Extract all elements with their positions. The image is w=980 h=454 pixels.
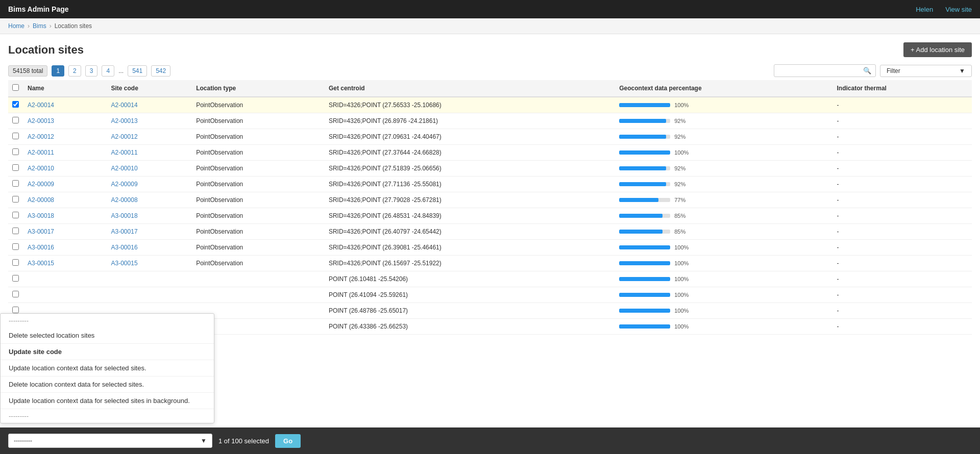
row-centroid: SRID=4326;POINT (27.09631 -24.40467) (325, 129, 615, 145)
row-site-code-link[interactable]: A2-00011 (111, 149, 138, 156)
row-site-code-link[interactable]: A2-00010 (111, 165, 138, 172)
page-button-542[interactable]: 542 (151, 65, 170, 77)
view-site-link[interactable]: View site (945, 6, 972, 13)
row-location-type (192, 271, 325, 287)
row-thermal: - (833, 240, 972, 256)
row-site-code: A2-00012 (107, 129, 192, 145)
header-name: Name (23, 80, 107, 97)
row-name: A2-00011 (23, 145, 107, 161)
row-centroid: SRID=4326;POINT (26.39081 -25.46461) (325, 240, 615, 256)
search-input[interactable] (778, 67, 863, 74)
row-site-code-link[interactable]: A3-00015 (111, 260, 138, 267)
row-name-link[interactable]: A2-00008 (28, 196, 54, 204)
row-checkbox[interactable] (12, 259, 19, 266)
add-location-site-button[interactable]: + Add location site (903, 42, 972, 57)
page-button-2[interactable]: 2 (68, 65, 81, 77)
table-row: A2-00014A2-00014PointObservationSRID=432… (8, 97, 972, 113)
row-name-link[interactable]: A2-00010 (28, 165, 54, 172)
row-name-link[interactable]: A2-00013 (28, 117, 54, 124)
row-geocontext: 100% (615, 256, 832, 271)
row-checkbox[interactable] (12, 291, 19, 297)
row-site-code: A3-00018 (107, 208, 192, 224)
row-centroid: SRID=4326;POINT (27.71136 -25.55081) (325, 176, 615, 192)
row-checkbox[interactable] (12, 164, 19, 171)
row-geocontext: 85% (615, 208, 832, 224)
row-name: A3-00017 (23, 224, 107, 240)
row-centroid: SRID=4326;POINT (27.79028 -25.67281) (325, 192, 615, 208)
row-checkbox[interactable] (12, 180, 19, 187)
row-centroid: POINT (26.10481 -25.54206) (325, 271, 615, 287)
row-site-code-link[interactable]: A3-00017 (111, 228, 138, 235)
row-name: A3-00015 (23, 256, 107, 271)
row-name-link[interactable]: A3-00015 (28, 260, 54, 267)
row-checkbox-cell (8, 113, 23, 129)
table-row: A3-00015A3-00015PointObservationSRID=432… (8, 256, 972, 271)
row-site-code-link[interactable]: A2-00014 (111, 102, 138, 109)
row-name: A2-00014 (23, 97, 107, 113)
total-count: 54158 total (8, 65, 47, 77)
row-checkbox-cell (8, 129, 23, 145)
action-delete-sites[interactable]: Delete selected location sites (1, 327, 214, 335)
row-name: A2-00010 (23, 161, 107, 176)
row-name-link[interactable]: A2-00011 (28, 149, 54, 156)
row-checkbox[interactable] (12, 243, 19, 250)
row-name-link[interactable]: A2-00014 (28, 102, 54, 109)
row-checkbox[interactable] (12, 101, 19, 108)
row-checkbox[interactable] (12, 212, 19, 218)
row-checkbox[interactable] (12, 117, 19, 123)
row-checkbox-cell (8, 145, 23, 161)
row-checkbox-cell (8, 97, 23, 113)
row-centroid: SRID=4326;POINT (27.51839 -25.06656) (325, 161, 615, 176)
page-button-4[interactable]: 4 (102, 65, 114, 77)
row-site-code: A3-00017 (107, 224, 192, 240)
row-site-code-link[interactable]: A3-00018 (111, 212, 138, 219)
row-name-link[interactable]: A2-00009 (28, 181, 54, 188)
row-name-link[interactable]: A3-00017 (28, 228, 54, 235)
row-checkbox[interactable] (12, 228, 19, 234)
row-name: A2-00013 (23, 113, 107, 129)
row-centroid: SRID=4326;POINT (26.40797 -24.65442) (325, 224, 615, 240)
breadcrumb-bims[interactable]: Bims (33, 22, 46, 30)
row-name: A2-00009 (23, 176, 107, 192)
page-title: Location sites (8, 43, 84, 57)
page-button-1[interactable]: 1 (52, 65, 64, 77)
row-checkbox-cell (8, 240, 23, 256)
select-all-checkbox[interactable] (12, 84, 19, 91)
row-site-code-link[interactable]: A2-00013 (111, 117, 138, 124)
table-row: A2-00012A2-00012PointObservationSRID=432… (8, 129, 972, 145)
row-thermal: - (833, 224, 972, 240)
row-site-code-link[interactable]: A3-00016 (111, 244, 138, 251)
table-row: A2-00011A2-00011PointObservationSRID=432… (8, 145, 972, 161)
row-site-code: A2-00010 (107, 161, 192, 176)
row-checkbox-cell (8, 271, 23, 287)
row-checkbox[interactable] (12, 148, 19, 155)
table-row: A3-00016A3-00016PointObservationSRID=432… (8, 240, 972, 256)
breadcrumb-home[interactable]: Home (8, 22, 24, 30)
row-site-code-link[interactable]: A2-00008 (111, 196, 138, 204)
row-site-code: A3-00015 (107, 256, 192, 271)
row-checkbox[interactable] (12, 275, 19, 282)
row-location-type: PointObservation (192, 161, 325, 176)
row-site-code-link[interactable]: A2-00009 (111, 181, 138, 188)
row-name (23, 271, 107, 287)
row-checkbox[interactable] (12, 133, 19, 139)
row-name-link[interactable]: A3-00018 (28, 212, 54, 219)
row-geocontext: 92% (615, 161, 832, 176)
row-checkbox-cell (8, 161, 23, 176)
row-location-type (192, 287, 325, 303)
row-thermal: - (833, 192, 972, 208)
row-checkbox[interactable] (12, 307, 19, 313)
table-container: Name Site code Location type Get centroi… (0, 80, 980, 335)
row-location-type: PointObservation (192, 224, 325, 240)
page-button-3[interactable]: 3 (85, 65, 98, 77)
row-thermal: - (833, 303, 972, 319)
user-link[interactable]: Helen (916, 6, 933, 13)
filter-button[interactable]: Filter ▼ (880, 65, 972, 77)
page-button-541[interactable]: 541 (128, 65, 147, 77)
row-name-link[interactable]: A3-00016 (28, 244, 54, 251)
row-geocontext: 100% (615, 97, 832, 113)
row-site-code-link[interactable]: A2-00012 (111, 133, 138, 140)
row-name-link[interactable]: A2-00012 (28, 133, 54, 140)
row-thermal: - (833, 287, 972, 303)
row-checkbox[interactable] (12, 196, 19, 203)
